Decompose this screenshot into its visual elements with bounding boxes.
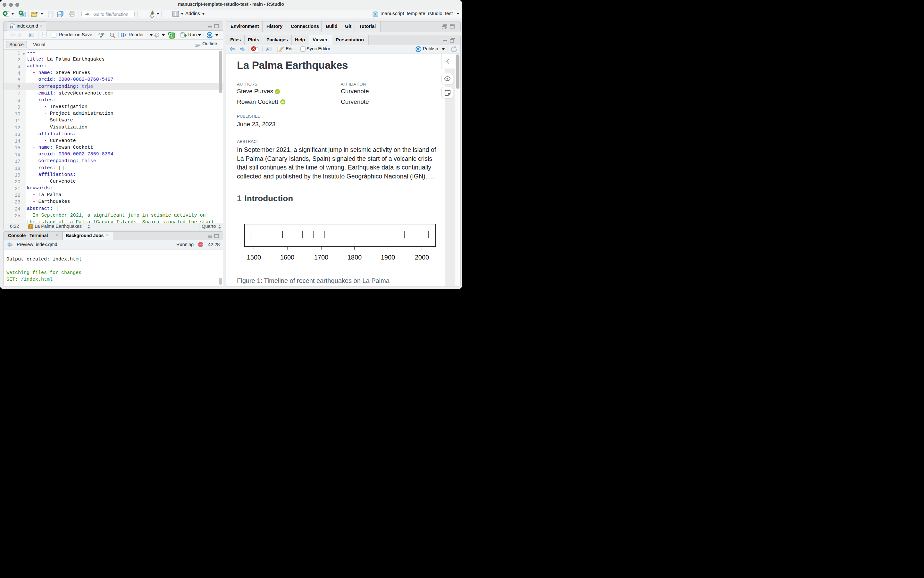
svg-text:1600: 1600 <box>280 254 294 261</box>
svg-text:1700: 1700 <box>314 254 329 261</box>
svg-text:iD: iD <box>276 90 278 94</box>
svg-text:1800: 1800 <box>348 254 362 261</box>
svg-text:1500: 1500 <box>247 254 261 261</box>
svg-text:2000: 2000 <box>415 254 429 261</box>
svg-text:R: R <box>374 13 377 16</box>
svg-text:1900: 1900 <box>381 254 395 261</box>
svg-text:ABC: ABC <box>98 32 106 36</box>
svg-text:iD: iD <box>281 101 284 104</box>
svg-text:STOP: STOP <box>198 244 203 245</box>
